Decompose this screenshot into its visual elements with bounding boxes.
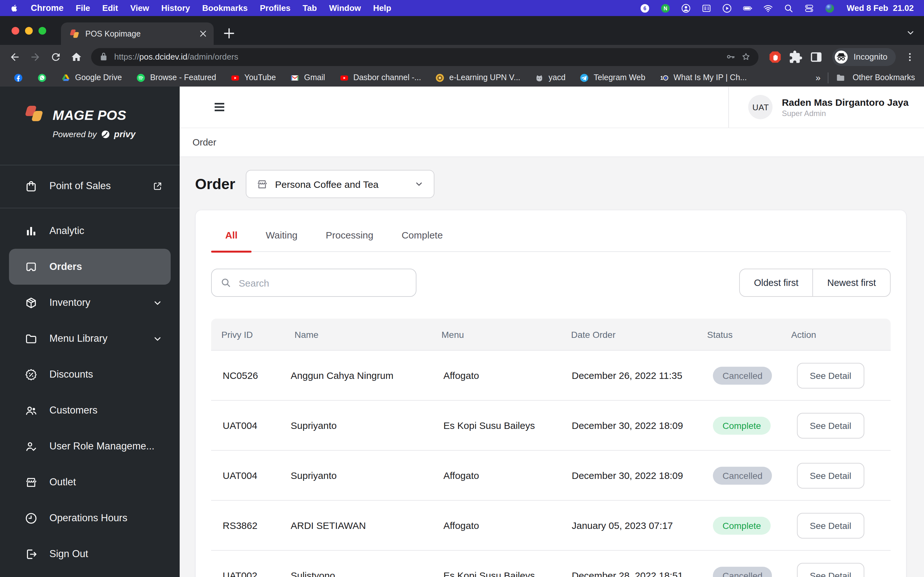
nordvpn-icon[interactable]: N	[661, 3, 671, 13]
menubar-item[interactable]: Tab	[302, 3, 317, 13]
menubar-item[interactable]: Window	[329, 3, 361, 13]
hamburger-menu-icon[interactable]	[212, 99, 227, 115]
browser-tab[interactable]: POS Kopimage	[61, 23, 214, 45]
menubar-item[interactable]: Bookmarks	[202, 3, 248, 13]
side-panel-icon[interactable]	[809, 50, 823, 64]
bookmark-item[interactable]: 1 What Is My IP | Ch...	[652, 69, 754, 87]
menubar-item[interactable]: File	[76, 3, 90, 13]
home-icon[interactable]	[67, 48, 85, 65]
menubar-item[interactable]: Chrome	[31, 3, 63, 13]
avatar[interactable]: UAT	[748, 95, 773, 119]
bookmark-star-icon[interactable]	[741, 52, 751, 61]
user-account-icon[interactable]	[681, 3, 691, 13]
sidebar-divider	[0, 208, 180, 208]
passwords-key-icon[interactable]	[726, 52, 735, 61]
sidebar-item[interactable]: Inventory	[0, 285, 180, 321]
column-header: Date Order	[559, 329, 701, 340]
sidebar-item[interactable]: Operations Hours	[0, 500, 180, 536]
sidebar-item[interactable]: Outlet	[0, 464, 180, 500]
wifi-icon[interactable]	[763, 3, 774, 13]
sidebar-item[interactable]: Sign Out	[0, 536, 180, 572]
cell-name: Anggun Cahya Ningrum	[280, 370, 429, 381]
browser-menu-icon[interactable]	[904, 51, 916, 63]
cell-privy-id: UAT002	[211, 570, 280, 577]
search-box[interactable]	[211, 269, 417, 297]
sidebar-item[interactable]: Discounts	[0, 356, 180, 392]
sidebar-item[interactable]: Orders	[9, 249, 171, 285]
menubar-item[interactable]: Edit	[102, 3, 118, 13]
sidebar-item-label: Menu Library	[49, 333, 141, 344]
close-tab-icon[interactable]	[198, 28, 208, 39]
bookmark-item[interactable]	[30, 69, 54, 87]
incognito-badge[interactable]: Incognito	[832, 48, 896, 66]
bookmark-item[interactable]: Dasbor channel -...	[332, 69, 428, 87]
see-detail-button[interactable]: See Detail	[797, 513, 864, 538]
media-play-icon[interactable]	[722, 3, 732, 13]
see-detail-button[interactable]: See Detail	[797, 413, 864, 438]
outlet-select[interactable]: Persona Coffee and Tea	[246, 170, 434, 198]
arrow-forward-icon[interactable]	[26, 48, 44, 65]
whatsapp-icon	[37, 73, 47, 82]
adblock-stop-hand-icon[interactable]	[768, 50, 782, 64]
oldest-first-button[interactable]: Oldest first	[740, 269, 813, 296]
input-source-icon[interactable]	[702, 3, 712, 13]
sidebar-item[interactable]: Menu Library	[0, 321, 180, 356]
bookmark-item[interactable]: Gmail	[283, 69, 332, 87]
status-tab[interactable]: Waiting	[252, 229, 312, 251]
network-globe-icon[interactable]	[825, 3, 835, 13]
sidebar-item[interactable]: Point of Sales	[0, 168, 180, 204]
user-menu[interactable]: UAT Raden Mas Dirgantoro Jaya Super Admi…	[729, 87, 909, 127]
sidebar-item[interactable]: Analytic	[0, 213, 180, 249]
status-tab[interactable]: All	[211, 229, 252, 251]
bookmarks-overflow-chevron[interactable]: »	[816, 73, 821, 83]
menubar-item[interactable]: Help	[373, 3, 391, 13]
folder-icon	[24, 332, 38, 345]
minimize-window-button[interactable]	[25, 27, 33, 35]
extensions-puzzle-icon[interactable]	[788, 50, 803, 64]
status-tab[interactable]: Complete	[388, 229, 457, 251]
cell-action: See Detail	[791, 363, 891, 388]
close-window-button[interactable]	[11, 27, 19, 35]
new-tab-button[interactable]	[221, 26, 237, 41]
arrow-back-icon[interactable]	[6, 48, 23, 65]
other-bookmarks[interactable]: Other Bookmarks	[853, 73, 915, 82]
user-role: Super Admin	[782, 109, 909, 118]
menubar-item[interactable]: Profiles	[260, 3, 290, 13]
notification-badge-icon[interactable]: 6	[640, 3, 650, 13]
bookmark-item[interactable]	[6, 69, 30, 87]
spotlight-search-icon[interactable]	[784, 3, 794, 13]
menu-bar-clock[interactable]: Wed 8 Feb 21.02	[846, 3, 914, 13]
see-detail-button[interactable]: See Detail	[797, 463, 864, 488]
bookmark-item[interactable]: Google Drive	[54, 69, 129, 87]
url-bar[interactable]: https://pos.dcidev.id/admin/orders	[91, 48, 758, 66]
table-row: NC0526 Anggun Cahya Ningrum Affogato Dec…	[211, 351, 891, 401]
sidebar-item[interactable]: User Role Manageme...	[0, 428, 180, 464]
zoom-window-button[interactable]	[39, 27, 46, 35]
see-detail-button[interactable]: See Detail	[797, 363, 864, 388]
battery-icon[interactable]	[743, 3, 753, 13]
pos-terminal-icon	[24, 260, 38, 274]
bookmark-item[interactable]: yacd	[527, 69, 573, 87]
search-input[interactable]	[237, 277, 407, 289]
apple-icon[interactable]	[10, 3, 19, 13]
menubar-item[interactable]: History	[162, 3, 190, 13]
breadcrumb-item[interactable]: Order	[192, 137, 216, 147]
see-detail-button[interactable]: See Detail	[797, 562, 864, 577]
sidebar-item[interactable]: Customers	[0, 392, 180, 428]
cell-privy-id: RS3862	[211, 520, 280, 531]
bookmark-item[interactable]: e-Learning UPN V...	[428, 69, 527, 87]
chevron-down-icon	[414, 179, 424, 189]
bookmark-item[interactable]: Telegram Web	[573, 69, 653, 87]
newest-first-button[interactable]: Newest first	[813, 269, 890, 296]
bookmark-item[interactable]: YouTube	[223, 69, 283, 87]
what-is-my-ip-icon: 1	[659, 73, 669, 82]
reload-icon[interactable]	[47, 48, 64, 65]
tab-search-chevron-icon[interactable]	[905, 27, 916, 38]
bookmark-item[interactable]: Browse - Featured	[129, 69, 223, 87]
menubar-item[interactable]: View	[130, 3, 149, 13]
cell-status: Complete	[701, 516, 791, 534]
youtube-icon	[339, 73, 349, 82]
orders-card: AllWaitingProcessingComplete Oldest firs…	[195, 210, 907, 577]
control-center-icon[interactable]	[804, 3, 814, 13]
status-tab[interactable]: Processing	[312, 229, 387, 251]
